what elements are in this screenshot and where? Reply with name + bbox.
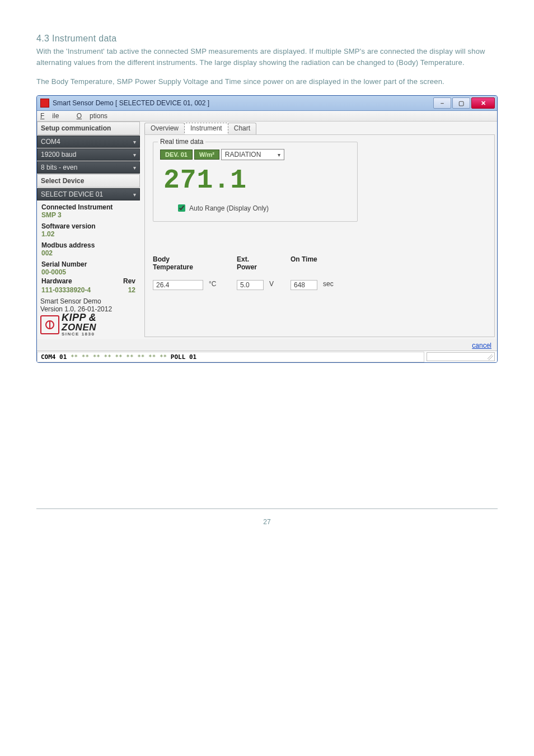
unit-pill: W/m² <box>194 150 219 160</box>
brand-mark-icon <box>40 315 59 334</box>
brand-line3: SINCE 1830 <box>62 332 96 337</box>
intro-paragraph-1: With the 'Instrument' tab active the con… <box>36 46 498 68</box>
intro-paragraph-2: The Body Temperature, SMP Power Supply V… <box>36 76 498 87</box>
app-window: Smart Sensor Demo [ SELECTED DEVICE 01, … <box>36 95 498 363</box>
connected-instrument-label: Connected Instrument <box>41 203 135 211</box>
device-pill: DEV. 01 <box>160 150 193 160</box>
status-progress <box>427 352 495 361</box>
quantity-select[interactable]: RADIATION <box>221 149 284 160</box>
app-name-label: Smart Sensor Demo <box>40 297 137 305</box>
auto-range-input[interactable] <box>178 204 185 212</box>
on-time-value: 648 <box>291 280 317 290</box>
hardware-label: Hardware <box>41 277 72 285</box>
titlebar[interactable]: Smart Sensor Demo [ SELECTED DEVICE 01, … <box>37 96 497 111</box>
rev-label: Rev <box>123 277 135 285</box>
on-time-unit: sec <box>323 280 348 290</box>
status-text: COM4 01 ** ** ** ** ** ** ** ** ** POLL … <box>37 352 424 362</box>
brand-logo: KIPP & ZONEN SINCE 1830 <box>40 313 137 336</box>
app-icon <box>40 99 49 108</box>
hardware-value: 111-03338920-4 <box>41 286 91 294</box>
software-version-value: 1.02 <box>41 230 135 238</box>
baud-select[interactable]: 19200 baud <box>37 148 140 161</box>
modbus-address-value: 002 <box>41 249 135 257</box>
serial-number-value: 00-0005 <box>41 268 135 276</box>
on-time-header: On Time <box>291 255 317 271</box>
parity-select[interactable]: 8 bits - even <box>37 161 140 174</box>
select-device-header: Select Device <box>37 174 140 188</box>
serial-number-label: Serial Number <box>41 260 135 268</box>
realtime-fieldset: Real time data DEV. 01 W/m² RADIATION 27… <box>153 142 358 222</box>
side-panel: Setup communication COM4 19200 baud 8 bi… <box>37 122 140 339</box>
cancel-link[interactable]: cancel <box>472 342 491 349</box>
com-port-select[interactable]: COM4 <box>37 136 140 148</box>
page-number: 27 <box>36 518 498 526</box>
radiation-reading: 271.1 <box>163 167 350 194</box>
body-temperature-header: Body Temperature <box>153 255 203 271</box>
realtime-legend: Real time data <box>158 138 205 146</box>
cancel-bar: cancel <box>37 339 497 351</box>
connected-instrument-value: SMP 3 <box>41 211 135 219</box>
rev-value: 12 <box>128 286 135 294</box>
close-button[interactable]: ✕ <box>471 97 495 109</box>
menu-file[interactable]: File <box>40 112 67 120</box>
body-temperature-value: 26.4 <box>153 280 203 290</box>
ext-power-unit: V <box>269 280 285 290</box>
setup-communication-header: Setup communication <box>37 122 140 135</box>
modbus-address-label: Modbus address <box>41 241 135 249</box>
statusbar: COM4 01 ** ** ** ** ** ** ** ** ** POLL … <box>37 351 497 362</box>
auto-range-checkbox[interactable]: Auto Range (Display Only) <box>176 203 350 213</box>
menu-options[interactable]: Options <box>77 112 115 120</box>
device-select[interactable]: SELECT DEVICE 01 <box>37 188 140 200</box>
ext-power-header: Ext. Power <box>237 255 264 271</box>
section-heading: 4.3 Instrument data <box>36 34 498 44</box>
brand-line2: ZONEN <box>62 323 96 332</box>
auto-range-label: Auto Range (Display Only) <box>189 204 269 212</box>
window-title: Smart Sensor Demo [ SELECTED DEVICE 01, … <box>53 99 432 107</box>
body-temperature-unit: °C <box>209 280 231 290</box>
main-panel: Overview Instrument Chart Real time data… <box>140 122 497 339</box>
tab-instrument[interactable]: Instrument <box>184 123 228 134</box>
tab-overview[interactable]: Overview <box>144 123 185 134</box>
maximize-button[interactable]: ▢ <box>452 97 470 109</box>
minimize-button[interactable]: – <box>433 97 451 109</box>
ext-power-value: 5.0 <box>237 280 264 290</box>
brand-line1: KIPP & <box>62 313 96 323</box>
tab-chart[interactable]: Chart <box>228 123 256 134</box>
menubar: File Options <box>37 111 497 122</box>
page-rule <box>36 508 498 509</box>
software-version-label: Software version <box>41 222 135 230</box>
